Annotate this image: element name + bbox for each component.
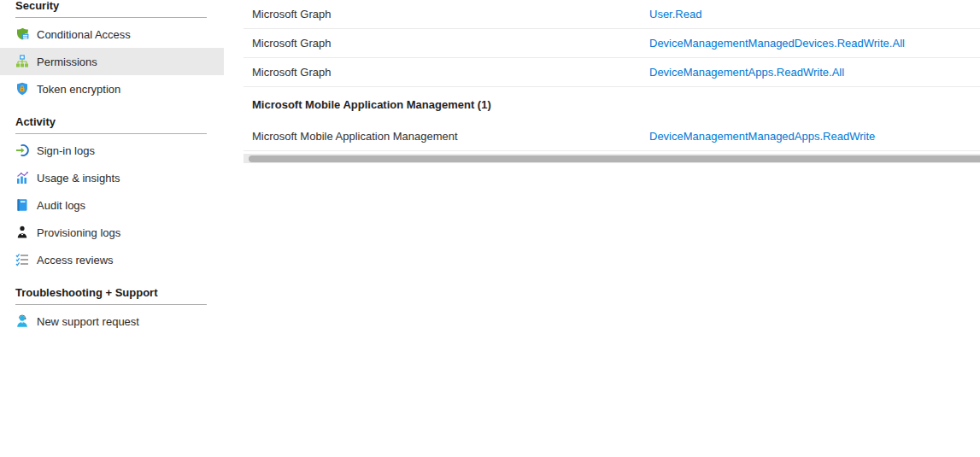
- sidebar-item-provisioning-logs[interactable]: Provisioning logs: [0, 219, 224, 246]
- permissions-table: Microsoft Graph User.Read Microsoft Grap…: [244, 0, 980, 163]
- permissions-icon: [15, 55, 29, 68]
- sidebar-item-conditional-access[interactable]: Conditional Access: [0, 21, 224, 48]
- sidebar-item-label: Access reviews: [37, 254, 114, 267]
- sidebar-item-token-encryption[interactable]: Token encryption: [0, 75, 224, 103]
- resource-name: Microsoft Graph: [252, 8, 649, 21]
- sidebar-item-usage-insights[interactable]: Usage & insights: [0, 164, 224, 191]
- conditional-access-icon: [15, 27, 29, 41]
- sidebar-item-label: New support request: [37, 315, 139, 328]
- sidebar-section-troubleshooting-support: Troubleshooting + Support New support re…: [0, 287, 224, 335]
- section-title-troubleshooting-support: Troubleshooting + Support: [15, 287, 224, 299]
- scrollbar-thumb[interactable]: [249, 155, 980, 162]
- sidebar-item-sign-in-logs[interactable]: Sign-in logs: [0, 137, 224, 164]
- sidebar-item-access-reviews[interactable]: Access reviews: [0, 246, 224, 273]
- sidebar-item-audit-logs[interactable]: Audit logs: [0, 191, 224, 219]
- sidebar-item-label: Provisioning logs: [37, 226, 120, 239]
- resource-name: Microsoft Mobile Application Management: [252, 130, 649, 143]
- sign-in-logs-icon: [15, 144, 29, 157]
- section-divider: [15, 17, 207, 18]
- permission-link[interactable]: DeviceManagementApps.ReadWrite.All: [649, 66, 844, 79]
- permission-row: Microsoft Graph DeviceManagementManagedD…: [244, 29, 980, 58]
- sidebar-section-security: Security Conditional Access: [0, 0, 224, 103]
- section-title-security: Security: [15, 0, 224, 12]
- section-divider: [15, 133, 207, 134]
- permission-row: Microsoft Mobile Application Management …: [244, 122, 980, 151]
- horizontal-scrollbar[interactable]: [244, 154, 980, 163]
- permission-link[interactable]: DeviceManagementManagedDevices.ReadWrite…: [649, 37, 905, 50]
- sidebar-item-label: Sign-in logs: [37, 144, 95, 157]
- resource-name: Microsoft Graph: [252, 66, 649, 79]
- access-reviews-icon: [15, 253, 29, 267]
- sidebar-item-label: Audit logs: [37, 199, 85, 212]
- permission-row: Microsoft Graph DeviceManagementApps.Rea…: [244, 58, 980, 87]
- usage-insights-icon: [15, 171, 29, 185]
- audit-logs-icon: [15, 198, 29, 212]
- section-title-activity: Activity: [15, 116, 224, 128]
- provisioning-logs-icon: [15, 226, 29, 239]
- sidebar-item-label: Usage & insights: [37, 172, 120, 185]
- sidebar-item-permissions[interactable]: Permissions: [0, 48, 224, 75]
- sidebar-item-label: Token encryption: [37, 83, 120, 96]
- permission-link[interactable]: User.Read: [649, 8, 701, 21]
- sidebar-item-new-support-request[interactable]: New support request: [0, 308, 224, 335]
- new-support-request-icon: [15, 314, 29, 328]
- group-header: Microsoft Mobile Application Management …: [244, 87, 980, 122]
- resource-name: Microsoft Graph: [252, 37, 649, 50]
- permission-row: Microsoft Graph User.Read: [244, 0, 980, 29]
- section-divider: [15, 304, 207, 305]
- sidebar-item-label: Permissions: [37, 56, 97, 68]
- sidebar-item-label: Conditional Access: [37, 28, 131, 41]
- token-encryption-icon: [15, 82, 29, 96]
- sidebar-section-activity: Activity Sign-in logs: [0, 116, 224, 273]
- permission-link[interactable]: DeviceManagementManagedApps.ReadWrite: [649, 130, 875, 143]
- sidebar: Security Conditional Access: [0, 0, 224, 457]
